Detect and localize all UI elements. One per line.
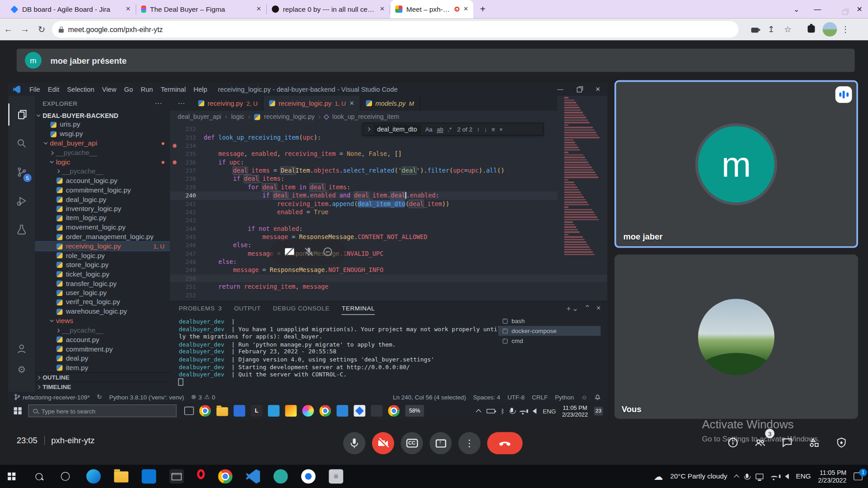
reload-button[interactable]: ↻ bbox=[33, 24, 50, 34]
app-icon-teal[interactable] bbox=[274, 469, 288, 483]
vscode-minimize-button[interactable]: — bbox=[551, 83, 570, 96]
explorer-item[interactable]: __pycache__ bbox=[35, 326, 170, 335]
panel-tab-debug-console[interactable]: DEBUG CONSOLE bbox=[273, 301, 330, 314]
settings-gear-icon[interactable]: ⚙ bbox=[8, 358, 35, 380]
mail-icon[interactable] bbox=[170, 469, 184, 483]
opera-icon[interactable] bbox=[197, 469, 205, 479]
self-tile[interactable]: Vous bbox=[614, 254, 858, 419]
browser-tab[interactable]: DB board - Agile Board - Jira✕ bbox=[5, 0, 136, 18]
explorer-more-icon[interactable]: ⋯ bbox=[155, 99, 162, 107]
menu-terminal[interactable]: Terminal bbox=[157, 85, 190, 93]
project-root-folder[interactable]: DEAL-BUYER-BACKEND bbox=[35, 111, 170, 120]
code-line[interactable]: 242 enabled = True bbox=[170, 208, 607, 216]
tab-close-icon[interactable]: ✕ bbox=[380, 5, 385, 13]
close-panel-icon[interactable]: × bbox=[596, 304, 600, 314]
mic-button[interactable] bbox=[343, 432, 365, 454]
explorer-item[interactable]: commitment_logic.py bbox=[35, 185, 170, 195]
profile-avatar[interactable] bbox=[823, 22, 837, 37]
language-indicator[interactable]: ENG bbox=[796, 473, 811, 480]
code-line[interactable]: 247 message = ResponseMessage.INVALID_UP… bbox=[170, 249, 607, 258]
notification-badge[interactable]: 23 bbox=[594, 406, 603, 415]
vscode-restore-button[interactable] bbox=[570, 83, 589, 96]
code-line[interactable]: 249 message = ResponseMessage.NOT_ENOUGH… bbox=[170, 266, 607, 274]
search-icon[interactable] bbox=[8, 132, 35, 155]
explorer-item[interactable]: verif_req_logic.py bbox=[35, 298, 170, 307]
remove-icon[interactable] bbox=[322, 246, 333, 257]
code-line[interactable]: 238 if deal_items: bbox=[170, 175, 607, 183]
explorer-item[interactable]: logic bbox=[35, 157, 170, 167]
extensions-icon[interactable] bbox=[803, 24, 820, 34]
code-line[interactable]: 243 bbox=[170, 216, 607, 225]
editor-tab[interactable]: receiving.py2, U bbox=[193, 96, 264, 111]
menu-view[interactable]: View bbox=[98, 85, 120, 93]
panel-tab-terminal[interactable]: TERMINAL bbox=[342, 301, 375, 314]
feedback-icon[interactable]: ☺ bbox=[581, 394, 587, 400]
tab-close-icon[interactable]: ✕ bbox=[463, 5, 468, 13]
start-button[interactable] bbox=[14, 407, 22, 415]
cursor-position[interactable]: Ln 240, Col 56 (4 selected) bbox=[393, 394, 466, 400]
taskbar-search[interactable]: Type here to search bbox=[28, 404, 176, 417]
terminal-instance-bash[interactable]: bash bbox=[498, 316, 601, 326]
maximize-panel-icon[interactable]: ⌃ bbox=[584, 304, 590, 314]
python-interpreter[interactable]: Python 3.8.10 ('venv': venv) bbox=[109, 394, 184, 400]
terminal-instance-cmd[interactable]: cmd bbox=[498, 336, 601, 346]
browser-tab[interactable]: Meet – pxh-eihr-ytz✕ bbox=[390, 0, 473, 18]
notepad-icon[interactable] bbox=[329, 469, 343, 483]
explorer-item[interactable]: warehouse_logic.py bbox=[35, 307, 170, 316]
terminal-output[interactable]: dealbuyer_dev | dealbuyer_dev | You have… bbox=[179, 318, 529, 386]
tray-expand-icon[interactable] bbox=[734, 474, 739, 480]
new-tab-button[interactable]: + bbox=[473, 4, 492, 14]
source-control-icon[interactable]: 5 bbox=[8, 161, 35, 183]
menu-go[interactable]: Go bbox=[120, 85, 137, 93]
calculator-icon[interactable] bbox=[234, 405, 245, 417]
match-case-icon[interactable]: Aa bbox=[425, 126, 433, 133]
regex-icon[interactable]: .* bbox=[448, 126, 452, 133]
display-icon[interactable] bbox=[755, 474, 763, 479]
people-button[interactable] bbox=[754, 436, 767, 450]
address-bar[interactable]: meet.google.com/pxh-eihr-ytz bbox=[52, 21, 738, 38]
host-controls-button[interactable] bbox=[835, 436, 849, 450]
explorer-item[interactable]: item.py bbox=[35, 363, 170, 372]
tab-close-icon[interactable]: ✕ bbox=[256, 5, 261, 13]
find-input[interactable]: deal_item_dto bbox=[374, 125, 421, 134]
timeline-section[interactable]: TIMELINE bbox=[35, 382, 170, 391]
menu-run[interactable]: Run bbox=[137, 85, 157, 93]
explorer-item[interactable]: inventory_logic.py bbox=[35, 204, 170, 214]
code-line[interactable]: 239 for deal_item in deal_items: bbox=[170, 183, 607, 191]
explorer-item[interactable]: account_logic.py bbox=[35, 176, 170, 186]
tab-close-icon[interactable]: ✕ bbox=[126, 5, 131, 13]
find-in-selection-icon[interactable]: ≡ bbox=[491, 126, 495, 133]
find-expand-icon[interactable] bbox=[367, 127, 371, 131]
wifi-icon[interactable] bbox=[770, 476, 778, 480]
code-line[interactable]: 252 bbox=[170, 291, 607, 299]
file-explorer-icon[interactable] bbox=[114, 471, 128, 482]
code-line[interactable]: 251 return receiving_item, message bbox=[170, 283, 607, 291]
weather-icon[interactable]: ☁ bbox=[654, 470, 663, 482]
participant-tile[interactable]: m moe jaber bbox=[614, 80, 858, 248]
browser-tab[interactable]: replace 0 by --- in all null cells in✕ bbox=[267, 0, 390, 18]
clock[interactable]: 11:05 PM2/23/2022 bbox=[818, 469, 847, 484]
editor-tab-overflow-icon[interactable]: ⋯ bbox=[170, 99, 193, 107]
account-icon[interactable] bbox=[8, 338, 35, 360]
code-line[interactable]: 248 else: bbox=[170, 258, 607, 266]
start-button[interactable] bbox=[8, 473, 15, 480]
explorer-item[interactable]: __pycache__ bbox=[35, 167, 170, 176]
tray-expand-icon[interactable] bbox=[476, 409, 481, 414]
explorer-item[interactable]: commitment.py bbox=[35, 344, 170, 354]
notifications-bell-icon[interactable] bbox=[594, 393, 600, 401]
code-line[interactable]: 236 if upc: bbox=[170, 158, 607, 166]
camera-active-icon[interactable] bbox=[746, 24, 763, 34]
store-icon[interactable] bbox=[142, 469, 156, 483]
chrome-icon[interactable] bbox=[320, 405, 331, 417]
photos-icon[interactable] bbox=[354, 405, 365, 417]
menu-selection[interactable]: Selection bbox=[63, 85, 99, 93]
find-next-icon[interactable]: ↓ bbox=[484, 126, 487, 133]
explorer-item[interactable]: uris.py bbox=[35, 120, 170, 130]
browser-menu-icon[interactable]: ⋮ bbox=[837, 24, 854, 34]
mic-icon[interactable] bbox=[511, 408, 514, 412]
app-icon-blue[interactable] bbox=[268, 405, 280, 417]
panel-tab-problems[interactable]: PROBLEMS3 bbox=[179, 301, 222, 314]
maximize-button[interactable] bbox=[835, 5, 842, 13]
breadcrumb-item[interactable]: deal_buyer_api bbox=[178, 113, 221, 120]
eol[interactable]: CRLF bbox=[532, 394, 547, 400]
